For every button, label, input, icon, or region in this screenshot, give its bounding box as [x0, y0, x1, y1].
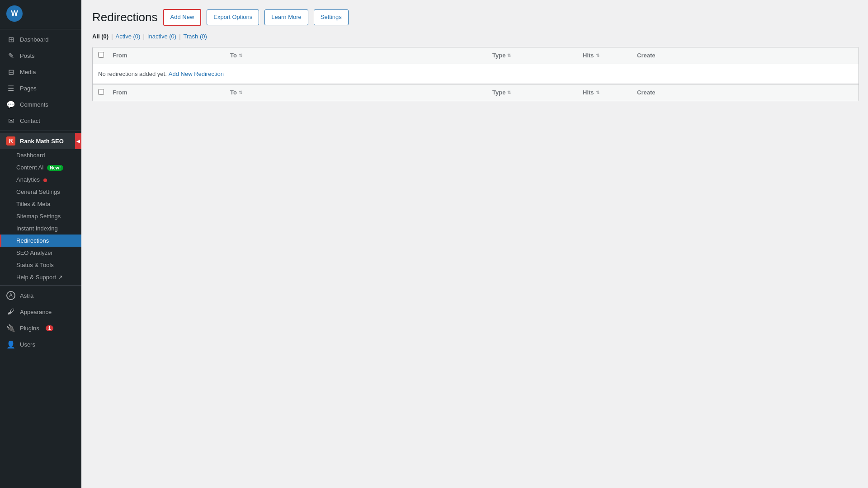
astra-icon: A	[6, 291, 15, 300]
col-header-created: Create	[637, 52, 853, 59]
col-footer-to[interactable]: To ⇅	[230, 89, 492, 96]
sidebar-item-rm-help-support[interactable]: Help & Support ↗	[0, 271, 81, 283]
sidebar-item-plugins[interactable]: 🔌 Plugins 1	[0, 320, 81, 336]
media-icon: ⊟	[6, 67, 15, 76]
filter-links: All (0) | Active (0) | Inactive (0) | Tr…	[92, 33, 859, 40]
to-footer-sort-icon: ⇅	[239, 90, 242, 95]
col-header-from: From	[113, 52, 230, 59]
select-all-checkbox[interactable]	[98, 52, 104, 58]
sidebar-item-rm-dashboard[interactable]: Dashboard	[0, 149, 81, 161]
posts-icon: ✎	[6, 51, 15, 60]
col-header-type[interactable]: Type ⇅	[492, 52, 583, 59]
sidebar-item-rm-instant-indexing[interactable]: Instant Indexing	[0, 222, 81, 235]
add-new-redirection-link[interactable]: Add New Redirection	[169, 70, 224, 77]
table-footer-row: From To ⇅ Type ⇅ Hits ⇅ Create	[93, 84, 859, 101]
comments-icon: 💬	[6, 100, 15, 109]
hits-footer-sort-icon: ⇅	[596, 90, 599, 95]
sidebar: W ⊞ Dashboard ✎ Posts ⊟ Media ☰ Pages 💬 …	[0, 0, 81, 488]
col-footer-created: Create	[637, 89, 853, 96]
dashboard-icon: ⊞	[6, 35, 15, 44]
sidebar-item-rm-status-tools[interactable]: Status & Tools	[0, 259, 81, 271]
sidebar-item-rm-titles-meta[interactable]: Titles & Meta	[0, 198, 81, 210]
site-logo[interactable]: W	[0, 0, 81, 27]
rank-math-icon: R	[6, 136, 15, 145]
sidebar-item-media[interactable]: ⊟ Media	[0, 64, 81, 80]
sidebar-item-users[interactable]: 👤 Users	[0, 336, 81, 352]
sidebar-item-posts[interactable]: ✎ Posts	[0, 47, 81, 64]
select-all-footer-checkbox[interactable]	[98, 89, 104, 95]
hits-sort-icon: ⇅	[596, 53, 599, 58]
sidebar-item-dashboard[interactable]: ⊞ Dashboard	[0, 31, 81, 47]
col-header-to[interactable]: To ⇅	[230, 52, 492, 59]
settings-button[interactable]: Settings	[314, 9, 349, 25]
appearance-icon: 🖌	[6, 307, 15, 316]
plugins-icon: 🔌	[6, 324, 15, 333]
redirections-table: From To ⇅ Type ⇅ Hits ⇅ Create No redire…	[92, 47, 859, 101]
page-title: Redirections	[92, 10, 158, 24]
col-footer-type[interactable]: Type ⇅	[492, 89, 583, 96]
sidebar-item-appearance[interactable]: 🖌 Appearance	[0, 304, 81, 320]
filter-active[interactable]: Active (0)	[116, 33, 141, 40]
col-footer-from: From	[113, 89, 230, 96]
rank-math-arrow: ◀	[75, 133, 81, 149]
content-ai-badge: New!	[47, 165, 63, 171]
col-header-hits[interactable]: Hits ⇅	[583, 52, 637, 59]
sidebar-item-rm-general-settings[interactable]: General Settings	[0, 186, 81, 198]
sidebar-item-comments[interactable]: 💬 Comments	[0, 96, 81, 113]
pages-icon: ☰	[6, 84, 15, 93]
select-all-footer-checkbox-container[interactable]	[98, 89, 109, 96]
sidebar-item-rm-analytics[interactable]: Analytics	[0, 174, 81, 186]
sidebar-item-contact[interactable]: ✉ Contact	[0, 113, 81, 129]
site-icon: W	[6, 5, 23, 22]
select-all-checkbox-container[interactable]	[98, 52, 109, 59]
analytics-dot	[43, 178, 47, 182]
filter-all[interactable]: All (0)	[92, 33, 108, 40]
to-sort-icon: ⇅	[239, 53, 242, 58]
export-options-button[interactable]: Export Options	[207, 9, 259, 25]
sidebar-item-rm-content-ai[interactable]: Content AI New!	[0, 161, 81, 174]
learn-more-button[interactable]: Learn More	[264, 9, 308, 25]
sidebar-item-pages[interactable]: ☰ Pages	[0, 80, 81, 96]
add-new-button[interactable]: Add New	[163, 9, 202, 26]
sidebar-item-rank-math[interactable]: R Rank Math SEO ◀	[0, 133, 81, 149]
sidebar-item-astra[interactable]: A Astra	[0, 287, 81, 304]
col-footer-hits[interactable]: Hits ⇅	[583, 89, 637, 96]
type-sort-icon: ⇅	[507, 53, 511, 58]
sidebar-item-rm-sitemap[interactable]: Sitemap Settings	[0, 210, 81, 222]
users-icon: 👤	[6, 340, 15, 349]
contact-icon: ✉	[6, 116, 15, 125]
filter-inactive[interactable]: Inactive (0)	[147, 33, 176, 40]
page-header: Redirections Add New Export Options Lear…	[92, 9, 859, 26]
main-content: Redirections Add New Export Options Lear…	[81, 0, 868, 488]
filter-trash[interactable]: Trash (0)	[184, 33, 207, 40]
sidebar-item-rm-redirections[interactable]: Redirections	[0, 235, 81, 247]
plugins-badge: 1	[46, 325, 54, 331]
table-empty-row: No redirections added yet. Add New Redir…	[93, 64, 859, 84]
sidebar-item-rm-seo-analyzer[interactable]: SEO Analyzer	[0, 247, 81, 259]
type-footer-sort-icon: ⇅	[507, 90, 511, 95]
table-header-row: From To ⇅ Type ⇅ Hits ⇅ Create	[93, 47, 859, 64]
